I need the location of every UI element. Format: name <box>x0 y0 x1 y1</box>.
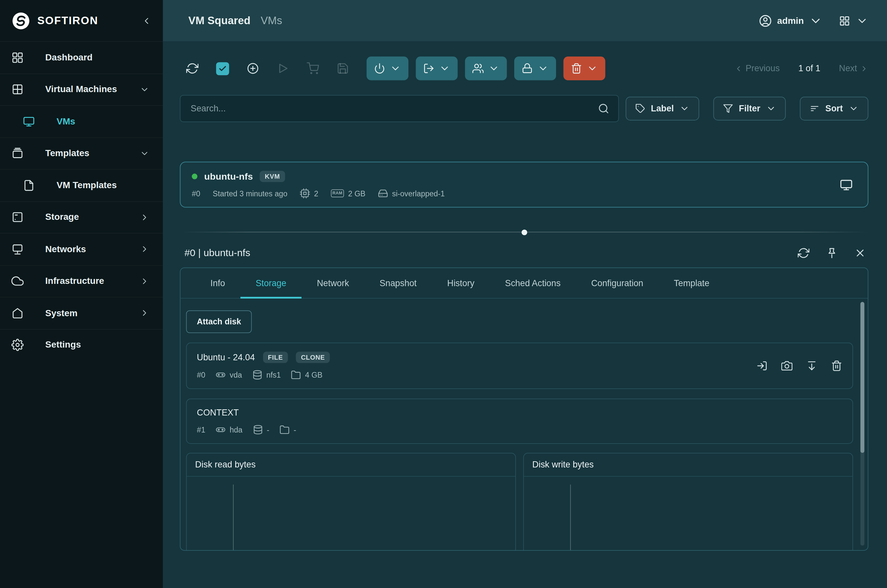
power-actions-dropdown[interactable] <box>366 57 408 80</box>
tab-storage[interactable]: Storage <box>240 268 302 298</box>
sidebar-item-networks[interactable]: Networks <box>0 233 163 265</box>
user-menu[interactable]: admin <box>759 14 822 27</box>
disk-row: CONTEXT #1 hda - <box>186 399 853 444</box>
delete-actions-dropdown[interactable] <box>564 57 605 80</box>
tab-configuration[interactable]: Configuration <box>576 268 659 298</box>
ownership-actions-dropdown[interactable] <box>465 57 507 80</box>
disk-write-chart: Disk write bytes <box>523 453 853 550</box>
label-button[interactable]: Label <box>625 97 699 120</box>
delete-disk-button[interactable] <box>831 360 843 372</box>
chevron-left-icon <box>734 64 743 72</box>
detail-refresh-button[interactable] <box>797 247 809 259</box>
previous-page-button[interactable]: Previous <box>734 63 780 74</box>
tab-history[interactable]: History <box>432 268 490 298</box>
migrate-actions-dropdown[interactable] <box>416 57 458 80</box>
open-console-button[interactable] <box>836 177 856 192</box>
tab-info[interactable]: Info <box>195 268 240 298</box>
search-input[interactable] <box>189 103 598 114</box>
panel-scrollbar-thumb[interactable] <box>860 302 864 453</box>
folder-icon <box>279 424 290 435</box>
migrate-icon <box>423 63 435 74</box>
lock-actions-dropdown[interactable] <box>514 57 556 80</box>
detail-pin-button[interactable] <box>826 247 837 259</box>
dashboard-icon <box>11 51 24 64</box>
plus-circle-icon <box>247 62 259 75</box>
chevron-down-icon <box>140 85 149 94</box>
next-label: Next <box>839 63 857 74</box>
detail-actions <box>797 247 866 259</box>
app-root: SOFTIRON Dashboard Virtual Machines VMs … <box>0 0 887 588</box>
funnel-icon <box>723 104 733 114</box>
sidebar-item-vm-templates[interactable]: VM Templates <box>0 169 163 201</box>
create-vm-button[interactable] <box>247 62 259 75</box>
vm-list-row[interactable]: ubuntu-nfs KVM #0 Started 3 minutes ago … <box>180 162 868 207</box>
sidebar-header: SOFTIRON <box>0 0 163 41</box>
sidebar-item-label: VM Templates <box>57 180 117 190</box>
sidebar-item-label: System <box>45 308 78 318</box>
detail-close-button[interactable] <box>854 247 866 259</box>
next-page-button[interactable]: Next <box>839 63 868 74</box>
save-button[interactable] <box>336 62 349 75</box>
console-monitor-icon <box>840 178 853 191</box>
sidebar-item-label: Infrastructure <box>45 276 104 286</box>
apps-menu[interactable] <box>838 14 868 27</box>
tab-template[interactable]: Template <box>659 268 725 298</box>
tab-snapshot[interactable]: Snapshot <box>364 268 432 298</box>
refresh-button[interactable] <box>186 62 199 75</box>
sort-button[interactable]: Sort <box>800 97 868 120</box>
sidebar-item-settings[interactable]: Settings <box>0 328 163 361</box>
sidebar-item-vms[interactable]: VMs <box>0 105 163 137</box>
filter-button[interactable]: Filter <box>713 97 786 120</box>
page-count: 1 of 1 <box>798 63 820 74</box>
trash-icon <box>831 360 843 372</box>
vm-meta-row: #0 Started 3 minutes ago 2 RAM 2 GB s <box>192 188 836 198</box>
sidebar-item-infrastructure[interactable]: Infrastructure <box>0 265 163 297</box>
search-icon <box>598 103 609 114</box>
disk-meta-row: #1 hda - <box>197 424 843 435</box>
close-icon <box>854 247 866 259</box>
sidebar-item-virtual-machines[interactable]: Virtual Machines <box>0 73 163 105</box>
select-all-checkbox[interactable] <box>216 62 229 75</box>
disc-icon <box>216 370 226 380</box>
snapshot-disk-button[interactable] <box>781 360 792 372</box>
search-box <box>180 95 619 122</box>
resize-icon <box>806 360 817 372</box>
vm-summary: ubuntu-nfs KVM #0 Started 3 minutes ago … <box>192 171 836 199</box>
tab-network[interactable]: Network <box>302 268 364 298</box>
detach-disk-button[interactable] <box>756 360 768 372</box>
sidebar-item-storage[interactable]: Storage <box>0 201 163 233</box>
detail-header: #0 | ubuntu-nfs <box>180 247 868 259</box>
splitter-drag-handle[interactable] <box>521 230 527 235</box>
detail-tabs: Info Storage Network Snapshot History Sc… <box>180 268 868 298</box>
virtual-machines-icon <box>11 83 24 96</box>
chevron-down-icon <box>390 63 401 74</box>
resize-disk-button[interactable] <box>806 360 817 372</box>
tab-sched-actions[interactable]: Sched Actions <box>490 268 576 298</box>
marketplace-button[interactable] <box>306 62 319 75</box>
attach-disk-button[interactable]: Attach disk <box>186 310 252 333</box>
resume-button[interactable] <box>277 62 289 75</box>
sidebar-item-dashboard[interactable]: Dashboard <box>0 41 163 73</box>
check-icon <box>218 64 227 72</box>
sidebar-item-templates[interactable]: Templates <box>0 137 163 169</box>
disc-icon <box>216 424 226 435</box>
refresh-icon <box>186 62 199 75</box>
vm-id: #0 <box>192 189 200 198</box>
save-icon <box>336 62 349 75</box>
main-column: VM Squared VMs admin <box>163 0 887 588</box>
sidebar-item-system[interactable]: System <box>0 297 163 329</box>
vm-detail-panel: Info Storage Network Snapshot History Sc… <box>180 267 868 551</box>
camera-icon <box>781 360 792 372</box>
sidebar-item-label: Networks <box>45 244 86 254</box>
sort-icon <box>810 104 820 114</box>
disk-info: Ubuntu - 24.04 FILE CLONE #0 vda <box>197 352 756 380</box>
panel-scrollbar-track[interactable] <box>860 302 864 546</box>
disk-size: 4 GB <box>291 370 323 380</box>
chevron-left-icon <box>141 16 152 26</box>
content-area: Previous 1 of 1 Next <box>163 41 887 588</box>
chevron-down-icon <box>809 14 822 27</box>
sidebar-collapse-button[interactable] <box>141 16 152 26</box>
storage-icon <box>11 211 24 224</box>
page-subtitle: VMs <box>261 14 282 27</box>
chart-title: Disk write bytes <box>524 453 852 477</box>
